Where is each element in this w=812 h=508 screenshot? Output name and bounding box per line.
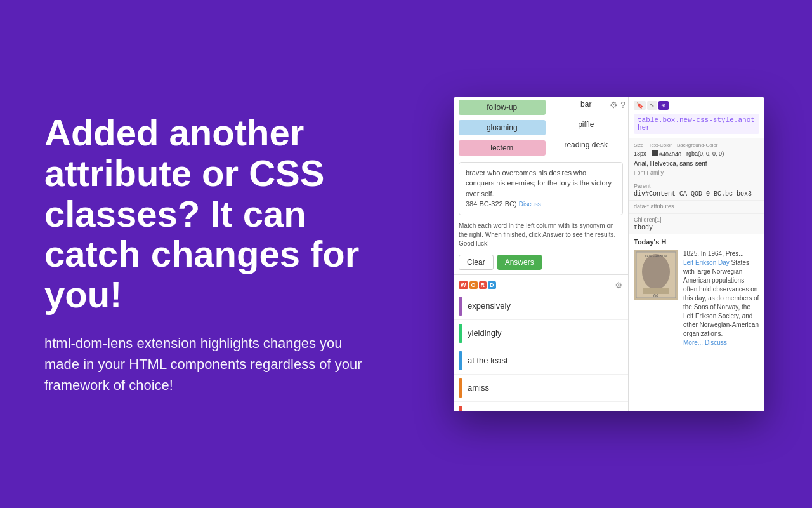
word-items: expensively yieldingly at the least amis…: [454, 293, 628, 411]
size-label: Size: [634, 142, 644, 148]
tab-bookmark[interactable]: 🔖: [634, 101, 646, 110]
svg-text:LEIF ERIKSON: LEIF ERIKSON: [645, 254, 667, 258]
today-header: Today's H: [634, 238, 759, 246]
word-btn-follow-up[interactable]: follow-up: [459, 100, 546, 115]
word-text-at-the-least: at the least: [468, 356, 508, 365]
font-family-row: Arial, Helvetica, sans-serif: [634, 160, 759, 167]
color-bar-blue: [459, 351, 462, 370]
quote-text: braver who overcomes his desires who con…: [466, 169, 612, 197]
list-item[interactable]: amiss: [454, 375, 628, 402]
word-text-yieldingly: yieldingly: [468, 328, 501, 338]
children-value: tbody: [634, 224, 759, 231]
inspector-properties: Size Text-Color Background-Color 13px #4…: [629, 138, 764, 180]
right-panel: ⚙ ? follow-up bar gloaming piffle lecter…: [406, 84, 812, 424]
today-image: 6¢ LEIF ERIKSON: [634, 250, 678, 300]
today-discuss-link[interactable]: Discuss: [705, 339, 727, 346]
hex-value: #404040: [659, 151, 681, 157]
question-icon[interactable]: ?: [620, 100, 625, 110]
prop-values-row: 13px #404040 rgba(0, 0, 0, 0): [634, 150, 759, 157]
word-list-panel: W O R D ⚙ expensively yieldingly: [454, 274, 628, 411]
children-label: Children[1]: [634, 217, 759, 223]
badge-r: R: [479, 281, 487, 289]
sub-text: html-dom-lens extension highlights chang…: [44, 333, 368, 396]
today-content: 6¢ LEIF ERIKSON 1825. In 1964, Pres... L…: [634, 250, 759, 347]
parent-label: Parent: [634, 183, 759, 189]
match-panel: ⚙ ? follow-up bar gloaming piffle lecter…: [454, 97, 628, 274]
badge-o: O: [469, 281, 478, 289]
match-mid-row: gloaming piffle: [454, 117, 628, 138]
match-settings: ⚙ ?: [610, 100, 625, 110]
word-btn-lectern[interactable]: lectern: [459, 140, 546, 156]
leif-link[interactable]: Leif Erikson Day: [683, 259, 730, 266]
match-top-row: follow-up bar: [454, 97, 628, 117]
match-instructions: Match each word in the left column with …: [454, 219, 628, 251]
rgba-value: rgba(0, 0, 0, 0): [686, 150, 724, 157]
inspector-tabs: 🔖 ⤡ ⊕: [634, 101, 759, 110]
word-list-header: W O R D ⚙: [454, 275, 628, 293]
quote-box: braver who overcomes his desires who con…: [459, 162, 623, 215]
today-image-inner: 6¢ LEIF ERIKSON: [634, 250, 678, 300]
badge-d: D: [488, 281, 496, 289]
quote-date: 384 BC-322 BC): [466, 200, 517, 208]
match-bot-row: lectern reading desk: [454, 138, 628, 158]
word-text-expensively: expensively: [468, 301, 511, 311]
inspector-top: 🔖 ⤡ ⊕ table.box.new-css-style.another: [629, 97, 764, 138]
gear-icon[interactable]: ⚙: [610, 100, 618, 110]
font-family-value: Arial, Helvetica, sans-serif: [634, 160, 707, 167]
word-list-gear-icon[interactable]: ⚙: [615, 280, 623, 290]
list-item[interactable]: cautiously: [454, 402, 628, 411]
color-swatch: [652, 150, 658, 156]
left-panel: Added another attribute or CSS classes? …: [0, 74, 406, 434]
word-right-reading[interactable]: reading desk: [549, 140, 624, 156]
answers-button[interactable]: Answers: [497, 255, 542, 270]
text-color-label: Text-Color: [649, 142, 672, 148]
inspector-panel: 🔖 ⤡ ⊕ table.box.new-css-style.another Si…: [628, 97, 764, 411]
text-color-value: #404040: [652, 150, 682, 157]
data-attrs-section: data-* attributes: [629, 200, 764, 213]
css-class-display: table.box.new-css-style.another: [634, 114, 759, 134]
svg-point-2: [642, 254, 670, 290]
svg-text:6¢: 6¢: [653, 293, 658, 298]
word-text-cautiously: cautiously: [468, 410, 504, 411]
word-text-amiss: amiss: [468, 383, 489, 392]
tab-move[interactable]: ⊕: [658, 101, 669, 110]
parent-section: Parent div#Content_CA_QOD_0_BC.bc_box3: [629, 180, 764, 200]
list-item[interactable]: at the least: [454, 347, 628, 375]
data-attrs-label: data-* attributes: [634, 203, 759, 210]
color-bar-red: [459, 406, 462, 411]
bg-color-label: Background-Color: [677, 142, 717, 148]
font-family-label: Font Family: [634, 170, 759, 176]
color-bar-green: [459, 324, 462, 343]
match-buttons: Clear Answers: [454, 251, 628, 274]
parent-value: div#Content_CA_QOD_0_BC.bc_box3: [634, 190, 759, 197]
size-value: 13px: [634, 150, 646, 157]
word-badges: W O R D: [459, 281, 496, 289]
children-section: Children[1] tbody: [629, 213, 764, 234]
badge-w: W: [459, 281, 468, 289]
today-body: States with large Norwegian-American pop…: [683, 259, 759, 337]
today-year: 1825. In 1964, Pres...: [683, 250, 744, 257]
prop-headers-row: Size Text-Color Background-Color: [634, 142, 759, 148]
quote-discuss-link[interactable]: Discuss: [519, 201, 541, 208]
tab-resize[interactable]: ⤡: [647, 101, 657, 110]
word-right-piffle[interactable]: piffle: [549, 120, 624, 135]
list-item[interactable]: expensively: [454, 293, 628, 320]
today-panel: Today's H 6¢ LEIF ERIKSON: [629, 234, 764, 411]
main-heading: Added another attribute or CSS classes? …: [44, 112, 368, 315]
screenshot: ⚙ ? follow-up bar gloaming piffle lecter…: [454, 97, 764, 411]
clear-button[interactable]: Clear: [459, 255, 494, 270]
color-bar-orange: [459, 378, 462, 398]
more-link[interactable]: More...: [683, 339, 703, 346]
left-column: ⚙ ? follow-up bar gloaming piffle lecter…: [454, 97, 628, 411]
list-item[interactable]: yieldingly: [454, 320, 628, 347]
color-bar-purple: [459, 297, 462, 316]
today-text: 1825. In 1964, Pres... Leif Erikson Day …: [683, 250, 759, 347]
word-btn-gloaming[interactable]: gloaming: [459, 120, 546, 135]
